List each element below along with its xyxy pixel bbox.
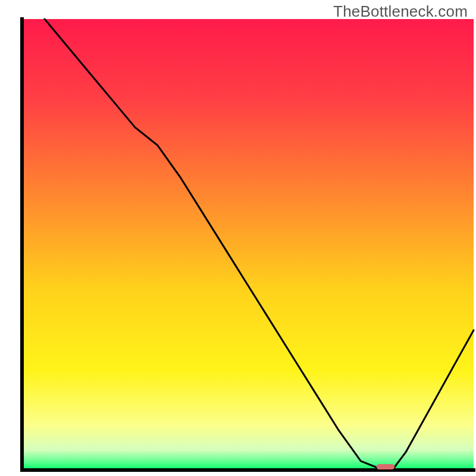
bottleneck-chart	[0, 0, 476, 476]
optimal-marker	[377, 464, 394, 469]
plot-gradient	[22, 19, 474, 470]
site-watermark: TheBottleneck.com	[333, 2, 468, 21]
chart-container: TheBottleneck.com	[0, 0, 476, 476]
